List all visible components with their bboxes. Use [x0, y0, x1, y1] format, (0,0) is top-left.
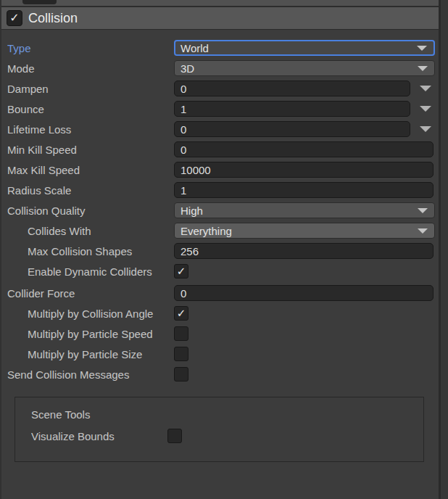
collider-force-field[interactable]: 0: [174, 285, 434, 301]
checkmark-icon: ✓: [9, 12, 19, 24]
multiply-by-collision-angle-label: Multiply by Collision Angle: [7, 308, 174, 320]
chevron-down-icon: [418, 228, 428, 234]
min-kill-speed-field[interactable]: 0: [174, 141, 434, 157]
mode-dropdown[interactable]: 3D: [174, 60, 435, 76]
collider-force-value: 0: [181, 287, 186, 300]
previous-module-partial-row: [0, 0, 448, 7]
field-row-min-kill-speed: Min Kill Speed 0: [0, 141, 448, 157]
field-row-max-kill-speed: Max Kill Speed 10000: [0, 162, 448, 178]
dampen-field[interactable]: 0: [174, 81, 410, 96]
radius-scale-field[interactable]: 1: [174, 182, 434, 198]
max-collision-shapes-value: 256: [181, 245, 199, 257]
field-row-dampen: Dampen 0: [0, 81, 448, 96]
field-row-radius-scale: Radius Scale 1: [0, 182, 448, 198]
mode-label: Mode: [7, 62, 174, 75]
collision-enabled-checkbox[interactable]: ✓: [7, 10, 22, 26]
lifetime-loss-field[interactable]: 0: [174, 121, 410, 137]
visualize-bounds-label: Visualize Bounds: [31, 430, 167, 442]
bounce-field[interactable]: 1: [174, 101, 410, 117]
multiply-by-particle-speed-checkbox[interactable]: [174, 326, 188, 341]
min-kill-speed-value: 0: [181, 144, 186, 156]
field-row-collider-force: Collider Force 0: [0, 285, 448, 301]
previous-module-fragment: [22, 0, 57, 4]
type-label: Type: [7, 42, 174, 54]
multiply-by-particle-size-label: Multiply by Particle Size: [7, 348, 174, 360]
radius-scale-value: 1: [181, 184, 186, 197]
multiply-by-collision-angle-checkbox[interactable]: ✓: [174, 306, 188, 321]
scene-tools-title: Scene Tools: [15, 408, 423, 421]
scene-tools-box: Scene Tools Visualize Bounds: [14, 397, 424, 462]
radius-scale-label: Radius Scale: [7, 184, 174, 197]
bounce-label: Bounce: [7, 103, 174, 115]
max-kill-speed-field[interactable]: 10000: [174, 162, 434, 178]
scrollbar-track[interactable]: [439, 0, 448, 499]
collision-module-header[interactable]: ✓ Collision: [0, 7, 448, 30]
multiply-by-particle-speed-label: Multiply by Particle Speed: [7, 328, 174, 340]
chevron-down-icon: [418, 208, 428, 213]
field-row-lifetime-loss: Lifetime Loss 0: [0, 121, 448, 137]
type-dropdown[interactable]: World: [174, 40, 435, 56]
dampen-label: Dampen: [7, 83, 174, 95]
collides-with-value: Everything: [181, 225, 232, 237]
field-row-max-collision-shapes: Max Collision Shapes 256: [0, 243, 448, 259]
max-kill-speed-value: 10000: [181, 164, 211, 176]
collides-with-label: Collides With: [7, 225, 174, 237]
max-kill-speed-label: Max Kill Speed: [7, 164, 174, 176]
collider-force-label: Collider Force: [7, 287, 174, 300]
enable-dynamic-colliders-label: Enable Dynamic Colliders: [7, 265, 174, 278]
field-row-collides-with: Collides With Everything: [0, 223, 448, 239]
dampen-value: 0: [181, 83, 186, 95]
lifetime-loss-value: 0: [181, 123, 186, 136]
field-row-multiply-by-particle-speed: Multiply by Particle Speed: [0, 326, 448, 342]
curve-mode-dropdown-icon[interactable]: [420, 86, 431, 91]
collision-module-body: Type World Mode 3D Dampen 0 Bounce 1 Lif…: [0, 30, 448, 462]
collision-quality-label: Collision Quality: [7, 205, 174, 217]
chevron-down-icon: [417, 46, 427, 51]
panel-left-edge: [0, 0, 1, 499]
collision-quality-value: High: [181, 205, 203, 217]
field-row-send-collision-messages: Send Collision Messages: [0, 366, 448, 382]
field-row-mode: Mode 3D: [0, 60, 448, 76]
chevron-down-icon: [418, 66, 428, 71]
send-collision-messages-checkbox[interactable]: [174, 367, 188, 382]
field-row-multiply-by-particle-size: Multiply by Particle Size: [0, 346, 448, 362]
field-row-multiply-by-collision-angle: Multiply by Collision Angle ✓: [0, 305, 448, 321]
max-collision-shapes-label: Max Collision Shapes: [7, 245, 174, 257]
field-row-enable-dynamic-colliders: Enable Dynamic Colliders ✓: [0, 263, 448, 279]
visualize-bounds-checkbox[interactable]: [167, 429, 182, 443]
checkmark-icon: ✓: [177, 265, 186, 277]
max-collision-shapes-field[interactable]: 256: [174, 243, 434, 259]
field-row-visualize-bounds: Visualize Bounds: [15, 429, 423, 443]
curve-mode-dropdown-icon[interactable]: [420, 126, 431, 132]
checkmark-icon: ✓: [177, 307, 186, 319]
send-collision-messages-label: Send Collision Messages: [7, 368, 174, 381]
curve-mode-dropdown-icon[interactable]: [420, 106, 431, 112]
min-kill-speed-label: Min Kill Speed: [7, 144, 174, 156]
mode-dropdown-value: 3D: [181, 62, 194, 75]
multiply-by-particle-size-checkbox[interactable]: [174, 347, 188, 361]
module-title: Collision: [28, 11, 78, 26]
collision-quality-dropdown[interactable]: High: [174, 202, 435, 218]
collides-with-dropdown[interactable]: Everything: [174, 223, 435, 239]
bounce-value: 1: [181, 103, 186, 115]
field-row-bounce: Bounce 1: [0, 101, 448, 117]
field-row-collision-quality: Collision Quality High: [0, 202, 448, 218]
enable-dynamic-colliders-checkbox[interactable]: ✓: [174, 264, 188, 279]
type-dropdown-value: World: [181, 42, 209, 54]
field-row-type: Type World: [0, 40, 448, 56]
lifetime-loss-label: Lifetime Loss: [7, 123, 174, 136]
